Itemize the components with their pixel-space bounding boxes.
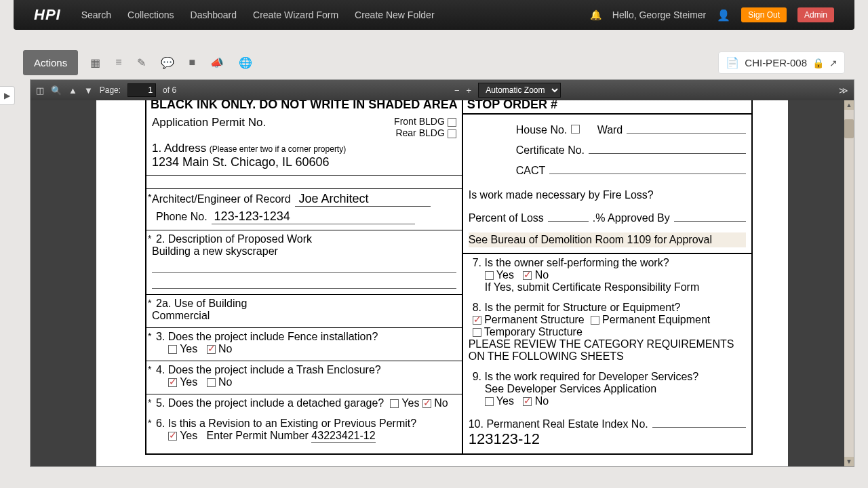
q9-note: See Developer Services Application (485, 383, 746, 395)
phone-value: 123-123-1234 (212, 209, 415, 224)
globe-icon[interactable]: 🌐 (239, 56, 252, 69)
expand-sidebar-button[interactable]: ▶ (0, 86, 15, 105)
house-no-checkbox[interactable] (571, 125, 580, 134)
share-icon[interactable]: ↗ (829, 58, 837, 68)
stop-icon[interactable]: ■ (189, 56, 196, 69)
q8-temp-struct-checkbox[interactable] (473, 328, 481, 337)
sidebar-toggle-icon[interactable]: ◫ (36, 85, 44, 96)
q2a-label: 2a. Use of Building (156, 298, 247, 309)
scroll-up-icon[interactable]: ▲ (844, 100, 854, 110)
q1-value: 1234 Main St. Chicago, IL 60606 (152, 155, 394, 169)
yes-label: Yes (180, 343, 197, 354)
cert-no-label: Certificate No. (516, 144, 585, 157)
nav-create-folder[interactable]: Create New Folder (355, 9, 435, 20)
prev-page-icon[interactable]: ▲ (68, 85, 77, 96)
header-right: STOP ORDER # (463, 100, 751, 113)
nav-search[interactable]: Search (81, 9, 111, 20)
edit-icon[interactable]: ✎ (137, 56, 146, 69)
actions-button[interactable]: Actions (23, 50, 78, 75)
zoom-in-icon[interactable]: + (467, 85, 472, 96)
q7-yes-checkbox[interactable] (485, 271, 494, 280)
lock-icon[interactable]: 🔒 (812, 58, 824, 68)
pct-loss-label: Percent of Loss (469, 212, 544, 224)
q9-label: 9. Is the work required for Developer Se… (473, 371, 746, 383)
grid-icon[interactable]: ▦ (90, 56, 100, 69)
q5-no-checkbox[interactable] (422, 399, 431, 408)
no-label: No (218, 343, 232, 354)
admin-button[interactable]: Admin (797, 7, 834, 22)
comment-icon[interactable]: 💬 (161, 56, 174, 69)
q8-perm-equip-checkbox[interactable] (591, 316, 599, 325)
q6-value: 43223421-12 (311, 430, 375, 443)
header-left: BLACK INK ONLY. DO NOT WRITE IN SHADED A… (146, 100, 462, 113)
logo: HPI (34, 6, 61, 24)
q9-no-checkbox[interactable] (523, 397, 532, 406)
nav-collections[interactable]: Collections (127, 9, 174, 20)
q5-yes-checkbox[interactable] (390, 399, 399, 408)
doc-id-box: 📄 CHI-PER-008 🔒 ↗ (718, 52, 845, 74)
search-icon[interactable]: 🔍 (51, 85, 62, 96)
house-no-label: House No. (516, 124, 568, 136)
q8-note: PLEASE REVIEW THE CATEGORY REQUIREMENTS … (469, 338, 746, 363)
arch-value: Joe Architect (295, 192, 431, 207)
q1-hint: (Please enter two if a corner property) (210, 144, 346, 154)
cact-label: CACT (516, 165, 546, 177)
q6-label: 6. Is this a Revision to an Existing or … (156, 418, 456, 430)
q10-value: 123123-12 (469, 430, 746, 448)
list-icon[interactable]: ≡ (115, 56, 121, 69)
zoom-out-icon[interactable]: − (454, 85, 460, 96)
q5-label: 5. Does the project include a detached g… (156, 397, 384, 409)
q10-label: 10. Permanent Real Estate Index No. (469, 418, 648, 430)
q7-label: 7. Is the owner self-performing the work… (473, 257, 746, 269)
q7-no-checkbox[interactable] (523, 271, 532, 280)
tools-icon[interactable]: ≫ (839, 85, 848, 96)
pct-approved-label: .% Approved By (593, 212, 670, 224)
q4-yes-checkbox[interactable] (168, 378, 177, 387)
rear-bldg-checkbox[interactable] (448, 129, 456, 138)
next-page-icon[interactable]: ▼ (84, 85, 93, 96)
scroll-thumb[interactable] (844, 119, 854, 138)
page-icon: 📄 (726, 56, 739, 69)
page-input[interactable] (127, 83, 156, 97)
zoom-select[interactable]: Automatic Zoom (478, 83, 561, 98)
bureau-note: See Bureau of Demolition Room 1109 for A… (469, 232, 746, 247)
bell-icon[interactable]: 🔔 (590, 9, 601, 20)
page-label: Page: (100, 85, 121, 95)
viewer-toolbar: ◫ 🔍 ▲ ▼ Page: of 6 − + Automatic Zoom ≫ (31, 80, 854, 100)
nav-create-wizard[interactable]: Create Wizard Form (253, 9, 338, 20)
q3-yes-checkbox[interactable] (168, 345, 177, 354)
q4-no-checkbox[interactable] (207, 378, 216, 387)
q3-label: 3. Does the project include Fence instal… (156, 331, 456, 343)
q1-label: 1. Address (152, 142, 206, 155)
announce-icon[interactable]: 📣 (210, 56, 224, 69)
q2a-value: Commercial (152, 310, 456, 322)
scroll-down-icon[interactable]: ▼ (844, 457, 854, 466)
q2-value: Building a new skyscraper (152, 245, 456, 258)
q6-enter-label: Enter Permit Number (207, 430, 309, 441)
user-icon[interactable]: 👤 (717, 9, 730, 22)
q7-note: If Yes, submit Certificate Responsibilit… (485, 281, 746, 293)
q2-label: 2. Description of Proposed Work (156, 233, 456, 245)
page-of: of 6 (163, 85, 176, 95)
ward-label: Ward (597, 124, 623, 136)
document-area: BLACK INK ONLY. DO NOT WRITE IN SHADED A… (31, 100, 854, 466)
scrollbar[interactable]: ▲ ▼ (844, 100, 854, 466)
toolbar: Actions ▦ ≡ ✎ 💬 ■ 📣 🌐 📄 CHI-PER-008 🔒 ↗ (23, 50, 845, 75)
q4-label: 4. Does the project include a Trash Encl… (156, 364, 456, 376)
phone-label: Phone No. (156, 211, 208, 223)
pdf-viewer: ◫ 🔍 ▲ ▼ Page: of 6 − + Automatic Zoom ≫ … (30, 79, 854, 467)
front-bldg-label: Front BLDG (394, 116, 445, 127)
q9-yes-checkbox[interactable] (485, 397, 494, 406)
arch-label: Architect/Engineer of Record (152, 193, 291, 205)
sign-out-button[interactable]: Sign Out (741, 7, 787, 22)
q8-perm-struct-checkbox[interactable] (473, 316, 481, 325)
q3-no-checkbox[interactable] (207, 345, 216, 354)
navbar: HPI Search Collections Dashboard Create … (14, 0, 854, 30)
page-canvas: BLACK INK ONLY. DO NOT WRITE IN SHADED A… (96, 100, 788, 466)
nav-links: Search Collections Dashboard Create Wiza… (81, 9, 590, 20)
q6-yes-checkbox[interactable] (168, 432, 177, 441)
fire-loss-label: Is work made necessary by Fire Loss? (469, 189, 746, 201)
front-bldg-checkbox[interactable] (448, 118, 456, 127)
nav-dashboard[interactable]: Dashboard (191, 9, 237, 20)
q8-label: 8. Is the permit for Structure or Equipm… (473, 302, 746, 314)
